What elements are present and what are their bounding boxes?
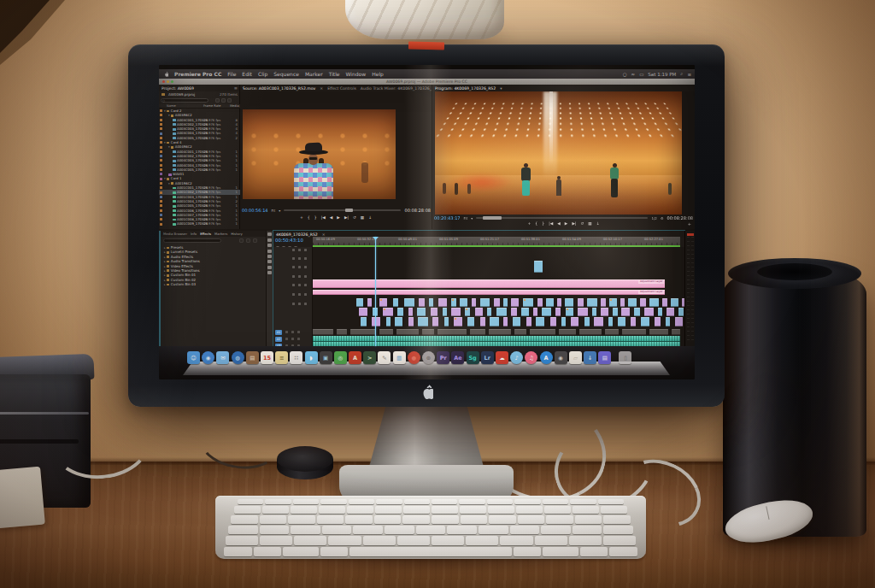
transport-button[interactable]: ↺ [353,215,356,220]
wifi-icon[interactable]: ≈ [631,72,636,77]
timeline-clip[interactable] [675,317,683,326]
twisty-icon[interactable]: ▸ [164,246,166,250]
audio-track-header[interactable]: A1 [273,329,313,335]
timeline-clip[interactable] [359,308,367,316]
timeline-clip[interactable] [372,317,380,326]
dock-terminal[interactable]: > [363,351,376,364]
twisty-icon[interactable]: ▸ [164,250,166,254]
timeline-clip[interactable] [429,298,433,307]
timeline-clip[interactable] [438,298,447,307]
timeline-clip[interactable] [379,298,387,307]
dock-system-preferences[interactable]: ⊛ [422,351,435,364]
transport-button[interactable]: ▦ [361,215,364,220]
track-lock-icon[interactable] [298,275,301,278]
audio-segment-clip[interactable] [350,329,376,335]
timeline-clip[interactable] [454,317,462,326]
twisty-icon[interactable]: ▸ [164,279,166,282]
list-view-button[interactable] [215,98,220,103]
audio-segment-clip[interactable] [337,329,347,335]
dock-dictionary[interactable]: A [349,351,361,364]
new-bin-button[interactable] [227,98,232,103]
panel-menu-icon[interactable]: ≡ [234,85,238,91]
timeline-clip[interactable] [667,308,674,316]
dock-camera[interactable]: ◉ [555,351,567,364]
dock-calendar[interactable]: 15 [261,351,273,364]
timeline-clip[interactable] [546,298,554,307]
timeline-clip[interactable] [465,308,470,316]
timeline-clip[interactable] [634,308,640,316]
timeline-clip[interactable] [404,298,414,307]
dock-documents-folder[interactable]: ▤ [598,351,611,364]
dock-itunes[interactable]: ♪ [510,351,523,364]
tab-audio-track-mixer[interactable]: Audio Track Mixer: 4K0069_170326_R52 [361,86,432,91]
timeline-clip[interactable] [666,317,670,326]
timeline-clip[interactable] [641,317,649,326]
tab-history[interactable]: History [231,232,243,236]
settings-icon[interactable]: ⚙ [661,216,664,220]
timeline-clip[interactable] [451,298,456,307]
track-target-icon[interactable] [304,284,307,286]
timeline-clip[interactable] [395,317,402,326]
audio-segment-clip[interactable] [559,329,576,335]
dock-finder[interactable]: ☺ [187,351,200,364]
col-media[interactable]: Media [230,104,239,108]
timeline-clip[interactable] [565,298,573,307]
timeline-clip[interactable] [432,317,438,326]
timeline-clip[interactable] [443,308,447,316]
dock-after-effects[interactable]: Ae [451,351,464,364]
dock-messages[interactable]: ◗ [305,351,318,364]
transport-button[interactable]: ▶| [344,215,349,220]
tool-button[interactable] [267,260,272,263]
audio-segment-clip[interactable] [514,329,526,335]
timeline-clip[interactable] [503,298,508,307]
timeline-clip[interactable] [658,308,662,316]
dock-notes[interactable]: ≡ [275,351,288,364]
dock-photo-booth[interactable]: ▣ [320,351,332,364]
timeline-clip[interactable] [662,298,667,307]
dock-maps[interactable]: ◍ [232,351,244,364]
track-lock-icon[interactable] [298,257,301,260]
dock-speedgrade[interactable]: Sg [467,351,479,364]
transport-button[interactable]: } [542,221,544,226]
tab-source[interactable]: Source: A003C003_170326_R52.mov [243,86,315,91]
timeline-timecode[interactable]: 00:50:43:10 [275,238,303,243]
track-toggle-icon[interactable] [292,257,295,260]
transport-button[interactable]: ▶ [565,221,568,226]
scrubber-thumb[interactable] [483,216,502,220]
volume-icon[interactable]: ○ [623,72,627,77]
scrubber-thumb[interactable] [345,209,353,212]
timeline-clip[interactable] [584,317,590,326]
notification-center-icon[interactable]: ≡ [687,72,691,77]
audio-segment-clip[interactable] [379,329,393,335]
transport-button[interactable]: ◀ [330,215,333,220]
transport-button[interactable]: ▦ [588,221,591,226]
menu-file[interactable]: File [227,71,236,77]
effects-search-input[interactable] [163,238,221,243]
track-target-icon[interactable] [304,257,307,260]
menu-clock[interactable]: Sat 1:19 PM [648,72,676,77]
menu-help[interactable]: Help [372,71,384,77]
col-name[interactable]: Name [167,104,176,108]
effects-bin-row[interactable]: ▸Custom Bin 03 [161,282,267,286]
dock-lightroom[interactable]: Lr [481,351,494,364]
timeline-clip[interactable] [451,308,461,316]
timeline-clip[interactable] [367,298,372,307]
transport-button[interactable]: ↓ [368,215,372,220]
tab-sequence[interactable]: 4K0069_170326_R52 [276,232,318,237]
dock-creative-cloud[interactable]: ☁ [496,351,508,364]
transport-button[interactable]: { [535,221,537,226]
timeline-clip[interactable] [503,317,508,326]
timeline-clip[interactable] [557,298,561,307]
tab-info[interactable]: Info [191,232,197,236]
timeline-clip[interactable] [523,298,533,307]
timeline-clip[interactable] [537,298,543,307]
spotlight-icon[interactable]: ⌕ [680,71,683,77]
adjustment-layer-clip[interactable]: Adjustment Layer [313,290,665,295]
video-track-header[interactable] [273,247,313,253]
program-scrubber[interactable] [476,217,648,219]
source-video-viewer[interactable] [243,109,396,199]
tab-close-icon[interactable]: × [320,86,323,91]
dock-facetime[interactable]: ◎ [334,351,347,364]
program-zoom-select[interactable]: Fit [464,216,468,220]
timeline-clip[interactable] [521,308,529,316]
